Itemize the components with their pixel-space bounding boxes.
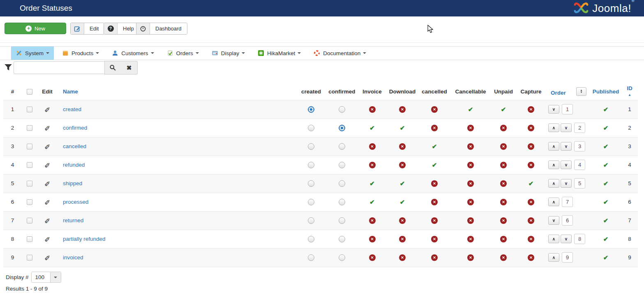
download-flag[interactable]: ✕ [387, 156, 418, 174]
unpaid-flag[interactable]: ✔ [490, 100, 517, 119]
confirmed-radio[interactable] [339, 217, 345, 224]
published-flag[interactable]: ✔ [590, 100, 621, 119]
unpaid-flag[interactable]: ✕ [490, 174, 517, 193]
row-select-checkbox[interactable] [27, 107, 32, 112]
row-select-checkbox[interactable] [27, 125, 32, 131]
edit-pencil-icon[interactable]: ✎ [44, 253, 50, 262]
published-flag[interactable]: ✔ [590, 137, 621, 156]
order-up-button[interactable]: ∧ [548, 142, 559, 151]
capture-flag[interactable]: ✕ [517, 119, 545, 137]
menu-item-hikamarket[interactable]: HikaMarket [253, 47, 305, 60]
status-name-link[interactable]: confirmed [63, 125, 87, 131]
col-header-id[interactable]: ID [627, 85, 632, 91]
order-down-button[interactable]: ∨ [561, 142, 572, 151]
published-flag[interactable]: ✔ [590, 211, 621, 230]
capture-flag[interactable]: ✕ [517, 100, 545, 119]
cancellable-flag[interactable]: ✕ [451, 119, 490, 137]
capture-flag[interactable]: ✕ [517, 230, 545, 248]
confirmed-radio[interactable] [339, 143, 345, 150]
unpaid-flag[interactable]: ✕ [490, 193, 517, 211]
row-select-checkbox[interactable] [27, 218, 32, 224]
confirmed-radio[interactable] [339, 125, 345, 131]
created-radio[interactable] [308, 106, 314, 113]
download-flag[interactable]: ✕ [387, 100, 418, 119]
status-name-link[interactable]: partially refunded [63, 236, 106, 242]
invoice-flag[interactable]: ✕ [357, 100, 387, 119]
cancellable-flag[interactable]: ✕ [451, 248, 490, 267]
edit-pencil-icon[interactable]: ✎ [44, 142, 50, 151]
cancelled-flag[interactable]: ✔ [418, 137, 451, 156]
cancelled-flag[interactable]: ✕ [418, 119, 451, 137]
menu-item-documentation[interactable]: Documentation [309, 47, 371, 60]
menu-item-customers[interactable]: Customers [107, 47, 158, 60]
download-flag[interactable]: ✔ [387, 193, 418, 211]
capture-flag[interactable]: ✔ [517, 174, 545, 193]
published-flag[interactable]: ✔ [590, 174, 621, 193]
status-name-link[interactable]: created [63, 106, 81, 112]
created-radio[interactable] [308, 236, 314, 242]
edit-pencil-icon[interactable]: ✎ [44, 123, 50, 132]
created-radio[interactable] [308, 180, 314, 187]
unpaid-flag[interactable]: ✕ [490, 156, 517, 174]
cancellable-flag[interactable]: ✕ [451, 193, 490, 211]
confirmed-radio[interactable] [339, 180, 345, 187]
order-up-button[interactable]: ∧ [548, 179, 559, 188]
invoice-flag[interactable]: ✕ [357, 137, 387, 156]
invoice-flag[interactable]: ✔ [357, 119, 387, 137]
edit-pencil-icon[interactable]: ✎ [44, 105, 50, 114]
status-name-link[interactable]: refunded [63, 162, 85, 168]
row-select-checkbox[interactable] [27, 199, 32, 205]
created-radio[interactable] [308, 125, 314, 131]
row-select-checkbox[interactable] [27, 255, 32, 261]
order-down-button[interactable]: ∨ [548, 105, 559, 114]
edit-pencil-icon[interactable]: ✎ [44, 216, 50, 225]
col-header-published[interactable]: Published [593, 88, 619, 95]
cancelled-flag[interactable]: ✕ [418, 211, 451, 230]
row-select-checkbox[interactable] [27, 144, 32, 149]
menu-item-system[interactable]: System [11, 47, 54, 60]
edit-pencil-icon[interactable]: ✎ [44, 161, 50, 169]
cancelled-flag[interactable]: ✔ [418, 156, 451, 174]
cancellable-flag[interactable]: ✕ [451, 137, 490, 156]
order-value-input[interactable] [574, 141, 585, 151]
invoice-flag[interactable]: ✔ [357, 174, 387, 193]
order-value-input[interactable] [574, 160, 585, 170]
select-all-checkbox[interactable] [27, 89, 32, 95]
clear-search-button[interactable]: ✖ [121, 61, 138, 74]
order-up-button[interactable]: ∧ [548, 235, 559, 243]
invoice-flag[interactable]: ✕ [357, 156, 387, 174]
confirmed-radio[interactable] [339, 106, 345, 113]
cancellable-flag[interactable]: ✕ [451, 230, 490, 248]
order-value-input[interactable] [562, 252, 573, 263]
cancelled-flag[interactable]: ✕ [418, 248, 451, 267]
order-down-button[interactable]: ∨ [561, 161, 572, 169]
row-select-checkbox[interactable] [27, 162, 32, 168]
order-value-input[interactable] [562, 215, 573, 226]
published-flag[interactable]: ✔ [590, 230, 621, 248]
cancellable-flag[interactable]: ✕ [451, 174, 490, 193]
unpaid-flag[interactable]: ✕ [490, 248, 517, 267]
row-select-checkbox[interactable] [27, 181, 32, 186]
created-radio[interactable] [308, 162, 314, 168]
menu-item-display[interactable]: Display [207, 47, 249, 60]
cancelled-flag[interactable]: ✕ [418, 100, 451, 119]
created-radio[interactable] [308, 143, 314, 150]
status-name-link[interactable]: returned [63, 217, 83, 224]
order-down-button[interactable]: ∨ [561, 179, 572, 188]
order-up-button[interactable]: ∧ [548, 161, 559, 169]
dashboard-button[interactable]: Dashboard [136, 23, 187, 35]
row-select-checkbox[interactable] [27, 236, 32, 242]
confirmed-radio[interactable] [339, 199, 345, 205]
published-flag[interactable]: ✔ [590, 156, 621, 174]
order-sort-button[interactable]: ▲ ▼ [576, 87, 586, 96]
order-down-button[interactable]: ∨ [561, 235, 572, 243]
download-flag[interactable]: ✔ [387, 119, 418, 137]
invoice-flag[interactable]: ✔ [357, 193, 387, 211]
order-value-input[interactable] [574, 234, 585, 244]
search-button[interactable] [104, 61, 121, 74]
filter-funnel-icon[interactable] [4, 63, 12, 72]
edit-pencil-icon[interactable]: ✎ [44, 235, 50, 243]
cancellable-flag[interactable]: ✔ [451, 100, 490, 119]
created-radio[interactable] [308, 199, 314, 205]
unpaid-flag[interactable]: ✕ [490, 211, 517, 230]
